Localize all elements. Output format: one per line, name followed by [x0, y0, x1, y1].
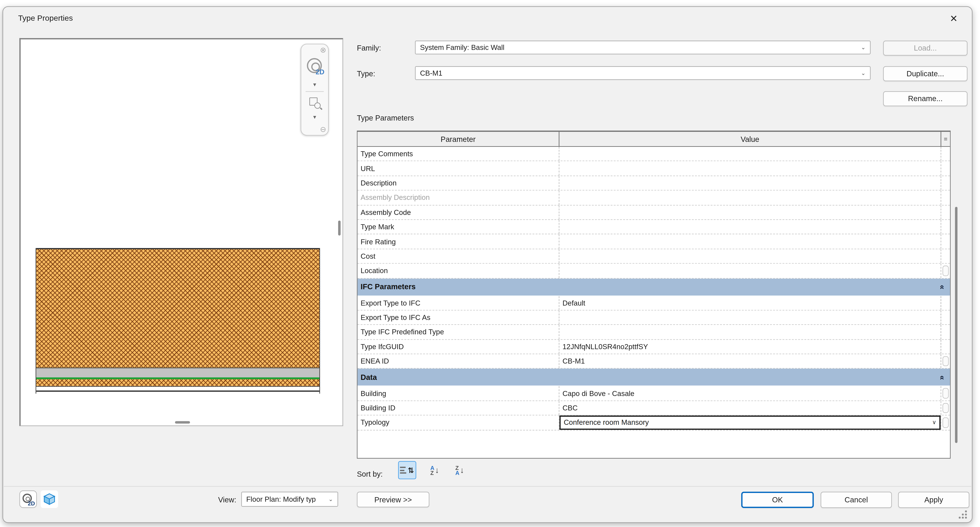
cube-3d-icon	[43, 492, 56, 506]
apply-button[interactable]: Apply	[898, 492, 969, 508]
type-properties-dialog: Type Properties ✕ ⊗ 2D ▼ ▼	[2, 6, 972, 523]
section-title: IFC Parameters	[361, 283, 415, 291]
table-scrollbar[interactable]	[955, 207, 957, 443]
parameter-value[interactable]	[560, 191, 941, 205]
parameter-value[interactable]: Default	[560, 296, 941, 310]
wheel-2d-toggle-button[interactable]: 2D	[19, 490, 37, 508]
parameter-value[interactable]	[560, 235, 941, 248]
preview-vertical-scrollbar[interactable]	[338, 221, 340, 236]
navbar-close-icon[interactable]: ⊗	[320, 46, 326, 54]
parameter-value[interactable]	[560, 205, 941, 219]
chevron-down-icon: ⌄	[861, 70, 866, 76]
navigation-bar: ⊗ 2D ▼ ▼ ⊖	[301, 44, 329, 136]
associate-parameter-button[interactable]	[942, 356, 949, 367]
type-parameters-table: Parameter Value = Type CommentsURLDescri…	[357, 130, 951, 459]
wheel-2d-toggle-label: 2D	[28, 500, 35, 507]
table-row: Type IFC Predefined Type	[358, 325, 950, 340]
parameter-value[interactable]	[560, 147, 941, 161]
table-row: Building IDCBC	[358, 401, 950, 416]
formula-cell	[940, 220, 950, 234]
parameter-value[interactable]: Conference room Mansory∨	[560, 416, 941, 430]
table-row: Type Comments	[358, 147, 950, 162]
family-value: System Family: Basic Wall	[420, 44, 504, 51]
collapse-chevron-icon[interactable]: «	[938, 375, 947, 379]
duplicate-button[interactable]: Duplicate...	[883, 66, 967, 81]
sort-by-label: Sort by:	[357, 470, 383, 479]
value-combobox[interactable]: Conference room Mansory∨	[560, 416, 941, 430]
parameter-value[interactable]	[560, 176, 941, 190]
parameter-value[interactable]	[560, 325, 941, 339]
section-title: Data	[361, 373, 377, 382]
table-header-row: Parameter Value =	[358, 132, 950, 147]
preview-horizontal-scrollbar[interactable]	[175, 421, 190, 424]
zoom-region-icon[interactable]	[309, 97, 317, 105]
value-column-header[interactable]: Value	[560, 132, 941, 146]
wall-finish-layer	[36, 386, 320, 392]
resize-grip[interactable]	[959, 510, 967, 519]
table-row: Type Mark	[358, 220, 950, 235]
sort-az-icon: AZ	[430, 465, 434, 475]
formula-cell	[940, 205, 950, 219]
parameter-name: Description	[358, 176, 560, 190]
table-row: TypologyConference room Mansory∨	[358, 416, 950, 430]
navbar-minimize-icon[interactable]: ⊖	[320, 125, 326, 133]
parameter-value[interactable]: Capo di Bove - Casale	[560, 386, 941, 400]
type-value: CB-M1	[420, 69, 442, 77]
sort-za-icon: ZA	[455, 465, 459, 475]
section-header-row[interactable]: IFC Parameters«	[358, 278, 950, 296]
combobox-value: Conference room Mansory	[564, 419, 649, 426]
parameter-name: Location	[358, 264, 560, 278]
parameter-value[interactable]	[560, 249, 941, 263]
close-icon[interactable]: ✕	[945, 11, 962, 27]
sort-ascending-button[interactable]: AZ ↓	[426, 461, 444, 479]
parameter-value[interactable]	[560, 310, 941, 324]
associate-parameter-button[interactable]	[942, 403, 949, 413]
collapse-chevron-icon[interactable]: «	[938, 285, 947, 289]
preview-pane[interactable]: ⊗ 2D ▼ ▼ ⊖	[19, 38, 343, 426]
view-value: Floor Plan: Modify typ	[246, 495, 316, 503]
ok-button[interactable]: OK	[741, 492, 814, 508]
section-header-row[interactable]: Data«	[358, 369, 950, 386]
view-select[interactable]: Floor Plan: Modify typ ⌄	[241, 492, 338, 507]
table-row: ENEA IDCB-M1	[358, 354, 950, 369]
view-label: View:	[218, 495, 236, 504]
table-row: BuildingCapo di Bove - Casale	[358, 386, 950, 401]
load-button[interactable]: Load...	[883, 41, 967, 56]
chevron-down-icon: ⌄	[328, 496, 333, 502]
sort-list-order-button[interactable]: ⇅	[398, 461, 416, 479]
associate-parameter-button[interactable]	[942, 417, 949, 428]
associate-parameter-button[interactable]	[942, 388, 949, 398]
parameter-value[interactable]	[560, 162, 941, 175]
type-select[interactable]: CB-M1 ⌄	[415, 66, 870, 80]
formula-cell	[940, 249, 950, 263]
zoom-dropdown-arrow-icon[interactable]: ▼	[301, 114, 328, 120]
associate-parameter-button[interactable]	[942, 266, 949, 276]
formula-cell	[940, 416, 950, 430]
parameter-value[interactable]	[560, 220, 941, 234]
formula-cell	[940, 191, 950, 205]
parameter-value[interactable]: CB-M1	[560, 354, 941, 368]
family-select[interactable]: System Family: Basic Wall ⌄	[415, 41, 870, 54]
cancel-button[interactable]: Cancel	[821, 492, 892, 508]
parameter-name: Assembly Description	[358, 191, 560, 205]
table-row: Description	[358, 176, 950, 191]
preview-toggle-button[interactable]: Preview >>	[357, 492, 430, 507]
table-row: Export Type to IFCDefault	[358, 296, 950, 310]
parameter-value[interactable]: CBC	[560, 401, 941, 415]
sort-descending-button[interactable]: ZA ↓	[451, 461, 469, 479]
formula-cell	[940, 325, 950, 339]
steering-wheel-2d-label: 2D	[316, 68, 325, 75]
parameter-column-header[interactable]: Parameter	[358, 132, 560, 146]
navbar-divider	[305, 91, 324, 92]
parameter-name: Export Type to IFC As	[358, 310, 560, 324]
parameter-value[interactable]	[560, 264, 941, 278]
formula-column-header: =	[940, 132, 950, 146]
rename-button[interactable]: Rename...	[883, 91, 967, 106]
chevron-down-icon: ⌄	[861, 44, 866, 51]
parameter-name: Typology	[358, 416, 560, 430]
wheel-dropdown-arrow-icon[interactable]: ▼	[301, 82, 328, 87]
wall-gray-layer	[36, 368, 320, 377]
view-3d-button[interactable]	[41, 490, 58, 508]
parameter-value[interactable]: 12JNfqNLL0SR4no2pttfSY	[560, 340, 941, 354]
chevron-down-icon[interactable]: ∨	[932, 419, 936, 426]
